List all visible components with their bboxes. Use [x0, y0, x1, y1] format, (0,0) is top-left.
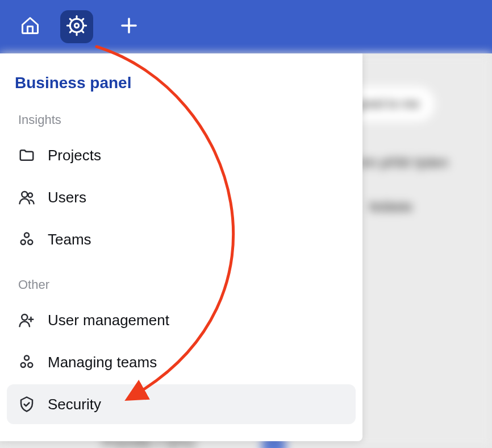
svg-line-9	[81, 19, 84, 21]
svg-point-1	[74, 23, 78, 27]
sidebar-item-managing-teams[interactable]: Managing teams	[7, 342, 356, 382]
sidebar-item-security[interactable]: Security	[7, 384, 356, 424]
svg-point-16	[28, 240, 32, 244]
team-icon	[17, 352, 36, 372]
sidebar-item-projects[interactable]: Projects	[7, 135, 356, 175]
panel-title: Business panel	[7, 74, 356, 92]
settings-button[interactable]	[60, 10, 93, 43]
section-label-other: Other	[7, 277, 356, 292]
svg-point-12	[22, 192, 27, 197]
sidebar-item-label: Projects	[48, 147, 101, 164]
folder-icon	[17, 146, 36, 165]
sidebar-item-users[interactable]: Users	[7, 177, 356, 217]
svg-point-21	[21, 363, 26, 367]
section-label-insights: Insights	[7, 113, 356, 127]
ship-wheel-icon	[65, 14, 88, 39]
sidebar-item-user-management[interactable]: User management	[7, 300, 356, 340]
svg-point-15	[21, 240, 26, 244]
shield-icon	[17, 395, 36, 414]
admin-dropdown-panel: Business panel Insights Projects Users	[0, 53, 362, 441]
home-icon	[20, 15, 40, 38]
plus-icon	[119, 15, 139, 38]
svg-point-22	[28, 363, 32, 367]
team-icon	[17, 230, 36, 249]
svg-point-20	[24, 356, 29, 360]
bg-text-2: fešitele	[369, 199, 412, 215]
add-button[interactable]	[112, 10, 145, 43]
sidebar-item-teams[interactable]: Teams	[7, 219, 356, 259]
topbar	[0, 0, 492, 53]
svg-line-6	[70, 19, 72, 21]
svg-line-8	[70, 30, 72, 32]
home-button[interactable]	[14, 10, 47, 43]
sidebar-item-label: User management	[48, 312, 169, 329]
svg-point-13	[28, 193, 33, 198]
svg-line-7	[81, 30, 84, 32]
sidebar-item-label: Managing teams	[48, 354, 157, 371]
bg-text-1: nín příští týden	[358, 155, 448, 171]
sidebar-item-label: Teams	[48, 231, 91, 248]
svg-point-17	[22, 314, 27, 320]
users-icon	[17, 188, 36, 207]
sidebar-item-label: Users	[48, 189, 86, 206]
sidebar-item-label: Security	[48, 396, 101, 413]
svg-point-14	[24, 233, 29, 238]
user-plus-icon	[17, 310, 36, 330]
